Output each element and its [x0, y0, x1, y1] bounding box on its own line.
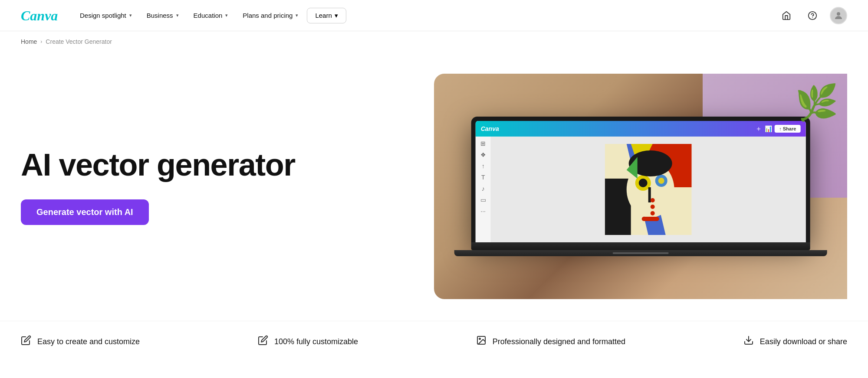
chevron-down-icon: ▾ — [296, 13, 298, 18]
laptop-base — [454, 250, 827, 256]
svg-text:Canva: Canva — [21, 8, 58, 23]
breadcrumb-home[interactable]: Home — [21, 38, 37, 45]
chevron-down-icon: ▾ — [176, 13, 179, 18]
laptop-chin — [471, 242, 810, 250]
user-avatar[interactable] — [830, 7, 847, 24]
download-icon — [743, 335, 754, 348]
hero-left: AI vector generator Generate vector with… — [21, 148, 434, 225]
image-icon — [476, 335, 487, 348]
home-button[interactable] — [778, 7, 795, 24]
hero-title: AI vector generator — [21, 148, 408, 182]
editor-topbar-right: ＋ 📊 ↑ Share — [755, 124, 800, 134]
nav-right — [778, 7, 847, 24]
chart-icon: 📊 — [765, 125, 772, 132]
main-content: AI vector generator Generate vector with… — [0, 52, 868, 321]
editor-logo: Canva — [481, 125, 499, 132]
sidebar-upload-icon: ↑ — [482, 163, 485, 169]
sidebar-elements-icon: ❖ — [480, 151, 486, 158]
editor-topbar: Canva ＋ 📊 ↑ Share — [476, 121, 806, 137]
editor-share-button[interactable]: ↑ Share — [775, 125, 800, 133]
svg-point-15 — [651, 198, 655, 202]
chevron-down-icon: ▾ — [225, 13, 228, 18]
sidebar-text-icon: T — [481, 174, 485, 181]
editor-body: ⊞ ❖ ↑ T ♪ ▭ ··· — [476, 137, 806, 242]
laptop-screen-outer: Canva ＋ 📊 ↑ Share — [471, 117, 810, 242]
navbar: Canva Design spotlight ▾ Business ▾ Educ… — [0, 0, 868, 31]
edit2-icon — [258, 335, 268, 348]
edit-icon — [21, 335, 31, 348]
svg-point-3 — [837, 12, 840, 16]
laptop-hinge — [613, 252, 669, 254]
sidebar-grid-icon: ⊞ — [480, 140, 486, 147]
svg-point-17 — [651, 211, 655, 215]
sidebar-video-icon: ▭ — [480, 196, 486, 203]
nav-item-business[interactable]: Business ▾ — [141, 8, 185, 23]
feature-customizable: 100% fully customizable — [258, 335, 358, 348]
nav-items: Design spotlight ▾ Business ▾ Education … — [74, 8, 346, 23]
chevron-down-icon: ▾ — [335, 12, 338, 20]
artwork — [605, 144, 692, 235]
feature-easy-label: Easy to create and customize — [37, 337, 140, 346]
hero-image: Canva ＋ 📊 ↑ Share — [434, 74, 847, 299]
nav-item-design-spotlight[interactable]: Design spotlight ▾ — [74, 8, 138, 23]
svg-point-16 — [651, 205, 655, 209]
feature-professional: Professionally designed and formatted — [476, 335, 625, 348]
laptop: Canva ＋ 📊 ↑ Share — [471, 117, 810, 256]
feature-easy: Easy to create and customize — [21, 335, 140, 348]
generate-vector-button[interactable]: Generate vector with AI — [21, 199, 149, 225]
svg-point-13 — [658, 178, 664, 184]
laptop-screen-inner: Canva ＋ 📊 ↑ Share — [476, 121, 806, 242]
svg-point-22 — [479, 338, 480, 339]
sidebar-music-icon: ♪ — [482, 185, 485, 192]
svg-point-11 — [639, 179, 648, 187]
chevron-down-icon: ▾ — [129, 13, 132, 18]
breadcrumb-separator: › — [40, 39, 42, 45]
canva-logo[interactable]: Canva — [21, 7, 60, 24]
help-button[interactable] — [804, 7, 821, 24]
feature-professional-label: Professionally designed and formatted — [493, 337, 625, 346]
nav-left: Canva Design spotlight ▾ Business ▾ Educ… — [21, 7, 346, 24]
scene-background: Canva ＋ 📊 ↑ Share — [434, 74, 847, 299]
editor-sidebar: ⊞ ❖ ↑ T ♪ ▭ ··· — [476, 137, 491, 242]
features-bar: Easy to create and customize 100% fully … — [0, 321, 868, 362]
plus-icon: ＋ — [755, 124, 762, 134]
feature-download: Easily download or share — [743, 335, 847, 348]
feature-download-label: Easily download or share — [760, 337, 847, 346]
svg-rect-18 — [642, 217, 659, 221]
nav-learn-button[interactable]: Learn ▾ — [307, 8, 346, 23]
sidebar-more-icon: ··· — [480, 208, 486, 215]
editor-canvas — [491, 137, 806, 242]
nav-item-plans-pricing[interactable]: Plans and pricing ▾ — [237, 8, 304, 23]
breadcrumb-current: Create Vector Generator — [46, 38, 112, 45]
breadcrumb: Home › Create Vector Generator — [0, 31, 868, 52]
feature-customizable-label: 100% fully customizable — [274, 337, 358, 346]
nav-item-education[interactable]: Education ▾ — [187, 8, 234, 23]
hero-right: Canva ＋ 📊 ↑ Share — [434, 74, 847, 299]
